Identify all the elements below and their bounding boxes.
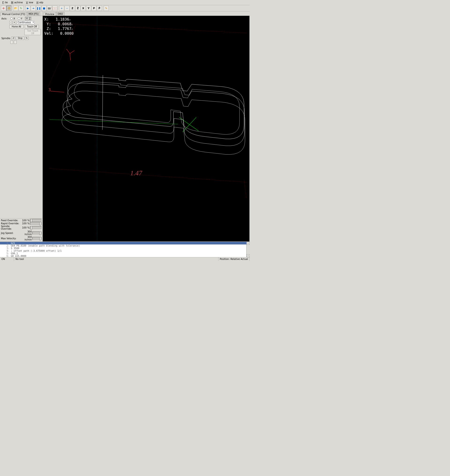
spindle-ccw-button[interactable]: ↺ bbox=[12, 36, 15, 40]
tab-manual-control[interactable]: Manual Control [F3] bbox=[0, 12, 27, 16]
menubar: File Machine View Help bbox=[0, 0, 250, 5]
overrides-panel: Feed Override: 100 % Rapid Override: 100… bbox=[0, 218, 42, 242]
status-on: ON bbox=[0, 257, 14, 261]
view-tabs: Preview DRO bbox=[43, 12, 250, 16]
max-velocity-slider[interactable] bbox=[32, 237, 41, 240]
zoomout-button[interactable]: − bbox=[65, 6, 70, 11]
view-p-button[interactable]: P bbox=[91, 6, 97, 11]
home-all-button[interactable]: Home All bbox=[9, 25, 24, 28]
touch-off-button[interactable]: Touch Off bbox=[25, 25, 39, 28]
spindle-inc-button[interactable] bbox=[14, 41, 17, 44]
reload-button[interactable]: ↻ bbox=[18, 6, 24, 11]
axis-y-label: Y bbox=[21, 17, 22, 20]
menu-file[interactable]: File bbox=[1, 0, 10, 5]
jog-speed-label: Jog Speed: bbox=[1, 232, 21, 234]
menu-help[interactable]: Help bbox=[36, 0, 45, 5]
menu-machine[interactable]: Machine bbox=[10, 0, 25, 5]
axis-x-radio[interactable] bbox=[10, 17, 13, 20]
jog-plus-button[interactable]: + bbox=[13, 21, 16, 24]
jog-minus-button[interactable]: - bbox=[9, 21, 12, 24]
jog-speed-value: 300 in/min bbox=[21, 230, 32, 236]
gcode-line[interactable]: 5: G90.1 bbox=[0, 252, 250, 255]
tab-mdi[interactable]: MDI [F5] bbox=[27, 12, 40, 16]
spindle-override-slider[interactable] bbox=[30, 226, 41, 229]
scroll-up-icon[interactable]: ▴ bbox=[247, 242, 250, 245]
view-p2-button[interactable]: P̂ bbox=[97, 6, 102, 11]
rapid-override-slider[interactable] bbox=[30, 222, 41, 225]
axis-z-label: Z bbox=[29, 17, 30, 20]
axis-label: Axis: bbox=[1, 17, 7, 20]
run-button[interactable]: ▶ bbox=[25, 6, 30, 11]
max-velocity-label: Max Velocity: bbox=[1, 237, 21, 240]
gcode-line[interactable]: 2: G64 P0.0100 (enable path blending wit… bbox=[0, 244, 250, 247]
estop-button[interactable]: ⊘ bbox=[1, 6, 6, 11]
view-x-button[interactable]: X bbox=[81, 6, 86, 11]
spindle-override-label: Spindle Override: bbox=[1, 225, 21, 230]
menu-view[interactable]: View bbox=[25, 0, 35, 5]
gcode-line[interactable]: 3: S 3500 bbox=[0, 247, 250, 250]
rapid-override-value: 100 % bbox=[21, 222, 30, 225]
max-velocity-value: 300 in/min bbox=[21, 236, 32, 241]
feed-override-slider[interactable] bbox=[30, 219, 41, 222]
axis-x-label: X bbox=[13, 17, 15, 20]
gcode-scrollbar[interactable]: ▴ ▾ bbox=[246, 242, 250, 257]
clear-plot-button[interactable]: ✎ bbox=[104, 6, 109, 11]
spindle-dec-button[interactable] bbox=[10, 41, 13, 44]
jog-mode-dropdown[interactable]: Continuous bbox=[17, 21, 34, 24]
gcode-panel: 1: G21 2: G64 P0.0100 (enable path blend… bbox=[0, 242, 250, 257]
view-z-button[interactable]: Z bbox=[70, 6, 75, 11]
svg-text:3: 3 bbox=[48, 87, 51, 92]
gcode-line[interactable]: 4: ; offset path (-3.675000 offset) 1/1 bbox=[0, 250, 250, 252]
preview-viewport[interactable]: X: 1.1836⌀ Y: 0.0068⌀ Z: 1.7767⌀ Vel: 0.… bbox=[43, 16, 250, 242]
statusbar: ON No tool Position: Relative Actual bbox=[0, 257, 250, 261]
power-button[interactable]: ⏻ bbox=[6, 6, 12, 11]
gcode-line[interactable]: 1: G21 bbox=[0, 242, 250, 244]
status-position: Position: Relative Actual bbox=[219, 257, 250, 261]
tab-dro[interactable]: DRO bbox=[56, 12, 65, 16]
spindle-stop-button[interactable]: Stop bbox=[16, 36, 24, 40]
svg-text:1.47: 1.47 bbox=[130, 169, 142, 177]
jog-speed-slider[interactable] bbox=[32, 232, 41, 234]
open-button[interactable]: 📂 bbox=[13, 6, 18, 11]
spindle-cw-button[interactable]: ↻ bbox=[25, 36, 29, 40]
spindle-label: Spindle: bbox=[1, 37, 11, 40]
toolpath-canvas: 3 bbox=[43, 16, 249, 241]
axis-y-radio[interactable] bbox=[18, 17, 20, 20]
status-tool: No tool bbox=[14, 257, 219, 261]
axis-z-radio[interactable] bbox=[26, 17, 28, 19]
left-tabs: Manual Control [F3] MDI [F5] bbox=[0, 12, 42, 16]
tab-preview[interactable]: Preview bbox=[44, 12, 56, 16]
manual-panel: Axis: X Y Z - + Continuous bbox=[0, 16, 42, 46]
feed-override-value: 100 % bbox=[21, 219, 30, 222]
step-button[interactable]: ➔ bbox=[31, 6, 36, 11]
view-z2-button[interactable]: Ẑ bbox=[75, 6, 80, 11]
blockskip-button[interactable]: ▤/ bbox=[47, 6, 52, 11]
zoomin-button[interactable]: + bbox=[59, 6, 64, 11]
toolbar: ⊘ ⏻ 📂 ↻ ▶ ➔ ❚❚ ■ ▤/ ⬚⬚ + − Z Ẑ X Y P P̂ … bbox=[0, 5, 250, 12]
rapid-override-label: Rapid Override: bbox=[1, 222, 21, 225]
spindle-override-value: 100 % bbox=[21, 226, 30, 229]
gcode-line[interactable]: 6: G0 Z25.0000 bbox=[0, 255, 250, 257]
scroll-down-icon[interactable]: ▾ bbox=[247, 254, 250, 257]
feed-override-label: Feed Override: bbox=[1, 219, 21, 222]
pause-button[interactable]: ❚❚ bbox=[36, 6, 41, 11]
tool-touch-off-button[interactable]: Tool Touch Off bbox=[24, 29, 41, 35]
view-y-button[interactable]: Y bbox=[86, 6, 91, 11]
optstop-button[interactable]: ⬚⬚ bbox=[52, 6, 57, 11]
stop-button[interactable]: ■ bbox=[41, 6, 47, 11]
